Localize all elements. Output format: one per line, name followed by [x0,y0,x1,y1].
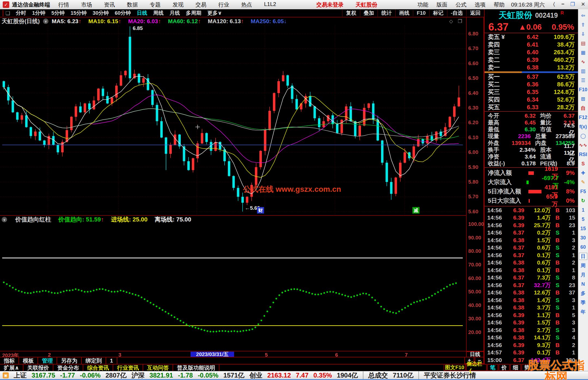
strip-item-周[interactable]: 周 [579,261,587,270]
tab-管理[interactable]: 管理 [38,357,57,364]
action-F10[interactable]: F10 [413,10,429,16]
menu-item-数据[interactable]: 数据 [127,1,138,8]
strip-item-⇩[interactable]: ⇩ [579,29,587,39]
panel-toggle-icon[interactable]: ❐ [458,18,462,24]
period-tab-30分钟[interactable]: 30分钟 [90,10,112,17]
tick-row[interactable]: 14:566.3812.6万B37 [485,289,578,297]
strip-item-多[interactable]: 多 [579,289,587,298]
menu-item-交易[interactable]: 交易 [195,1,206,8]
strip-item-30[interactable]: 30 [579,233,587,242]
menu-item-行业[interactable]: 行业 [218,1,229,8]
action--自选[interactable]: -自选 [447,10,466,17]
sidebar-toggle-button[interactable]: 侧边栏《 [466,364,487,371]
menu-item-发现[interactable]: 发现 [173,1,183,8]
tab-1[interactable]: 1 [106,357,117,364]
tick-row[interactable]: 14:566.370.2万S1 [485,229,578,237]
menu-item-版面[interactable]: 版面 [437,1,448,8]
window-icon[interactable]: ❏ [3,10,10,16]
selected-date[interactable]: 2023/03/31/五 [191,352,234,357]
tick-row[interactable]: 14:566.3732.7万S23 [485,281,578,289]
menu-item-功能[interactable]: 功能 [418,1,428,8]
strip-item-日[interactable]: 日 [579,253,587,260]
strip-item-F5[interactable]: F5 [579,187,587,196]
strip-item-60[interactable]: 60 [579,242,587,252]
menu-item-热点[interactable]: 热点 [241,1,252,8]
current-stock-label[interactable]: 天虹股份 [356,1,377,8]
nav-back-button[interactable]: 〈 [550,1,555,8]
bid-row[interactable]: 买四6.3452.6万 [485,96,578,104]
login-status-label[interactable]: 交易未登录 [316,1,344,8]
quote-header[interactable]: 天虹股份 002419 R [485,9,578,21]
info-tab-扩展∧[interactable]: 扩展∧ [0,364,23,371]
strip-item-✚[interactable]: ✚ [579,168,587,178]
strip-item-▤[interactable]: ▤ [579,39,587,48]
ask-row[interactable]: 卖五 ¥6.42109.6万 [485,33,578,41]
tab-指标[interactable]: 指标 [0,357,19,364]
tick-row[interactable]: 14:566.3814.1万S4 [485,334,578,342]
strip-item-▦[interactable]: ▦ [579,48,587,57]
menu-item-公式[interactable]: 公式 [456,1,467,8]
tab-模板[interactable]: 模板 [19,357,38,364]
strip-item-15[interactable]: 15 [579,224,587,233]
period-tab-15分钟[interactable]: 15分钟 [68,10,90,17]
tick-row[interactable]: 14:566.391.1万B5 [485,311,578,319]
value-trend-indicator-chart[interactable] [0,223,466,351]
strip-item-⇦[interactable]: ⇦ [579,11,587,20]
period-tab-周线[interactable]: 周线 [150,10,167,17]
tick-row[interactable]: 14:566.370.6万S2 [485,244,578,252]
period-tab-1分钟[interactable]: 1分钟 [29,10,48,17]
strip-item-∿[interactable]: ∿ [579,57,587,66]
ticklist-tab-价[interactable]: 价 [499,364,510,371]
tick-row[interactable]: 14:566.370.1万S1 [485,251,578,259]
indicator-collapse-icon[interactable]: ∨ [2,217,7,222]
strip-item-F12[interactable]: F12 [579,113,587,122]
period-tab-分时[interactable]: 分时 [13,10,29,17]
tick-row[interactable]: 14:566.382.7万S3 [485,326,578,334]
strip-item-☰[interactable]: ☰ [579,76,587,85]
strip-item-年[interactable]: 年 [579,307,587,317]
bid-row[interactable]: 买一6.3762.5万 [485,73,578,81]
tick-row[interactable]: 14:566.381.4万S3 [485,296,578,304]
tick-row[interactable]: 14:566.377.3万S8 [485,274,578,282]
tick-row[interactable]: 14:566.391.5万B3 [485,319,578,327]
collapse-icon[interactable]: ∨ [43,19,48,24]
menu-item-选项[interactable]: 选项 [475,1,486,8]
strip-item-∿∿[interactable]: ∿∿ [579,141,587,150]
tick-row[interactable]: 14:576.390.1万B1 [485,349,578,357]
graphic-f10-button[interactable]: 图文F10 [444,364,465,371]
menu-item-市场[interactable]: 市场 [81,1,92,8]
strip-item-▥[interactable]: ▥ [579,66,587,76]
period-tab-日线[interactable]: 日线 [134,10,150,17]
strip-item-月[interactable]: 月 [579,270,587,279]
info-tab-行业资讯[interactable]: 行业资讯 [113,364,143,371]
action-统计[interactable]: 统计 [378,10,395,17]
timeline-axis[interactable]: 2023/03/31/五 日线 2023年23567 [0,351,484,357]
bid-row[interactable]: 买五6.3328.2万 [485,104,578,111]
action-叠加[interactable]: 叠加 [360,10,378,17]
strip-item-◯[interactable]: ◯ [579,131,587,141]
info-tab-关联报价[interactable]: 关联报价 [23,364,53,371]
tick-row[interactable]: 14:566.383.7万S1 [485,304,578,312]
strip-item-F10[interactable]: F10 [579,85,587,94]
action-复权[interactable]: 复权 [342,10,360,17]
strip-item-↻[interactable]: ↻ [579,196,587,205]
info-tab-普及版功能说明[interactable]: 普及版功能说明 [173,364,219,371]
tick-row[interactable]: 14:566.380.6万B2 [485,259,578,267]
period-tab-60分钟[interactable]: 60分钟 [112,10,134,17]
info-tab-综合资讯[interactable]: 综合资讯 [83,364,113,371]
menu-item-资讯[interactable]: 资讯 [104,1,115,8]
ask-row[interactable]: 卖三6.40263.4万 [485,48,578,56]
tab-另存为[interactable]: 另存为 [57,357,82,364]
info-tab-资金分布[interactable]: 资金分布 [53,364,83,371]
menu-item-帮助[interactable]: 帮助 [494,1,505,8]
close-button[interactable]: ✕ [581,1,585,8]
strip-item-自[interactable]: 自 [579,104,587,113]
bid-row[interactable]: 买二6.3686.6万 [485,81,578,88]
strip-item-⇧[interactable]: ⇧ [579,20,587,29]
tick-row[interactable]: 14:566.399.3万B2 [485,341,578,349]
tick-row[interactable]: 14:566.391.4万B15 [485,214,578,222]
info-tab-互动问答[interactable]: 互动问答 [143,364,173,371]
period-tab-多周期[interactable]: 多周期 [183,10,204,17]
ask-row[interactable]: 卖四6.4138.4万 [485,41,578,48]
tick-row[interactable]: 14:566.3925.7万B23 [485,221,578,229]
